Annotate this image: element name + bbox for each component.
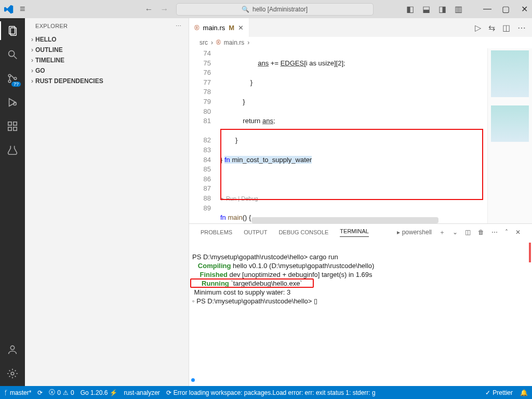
svg-rect-11: [14, 122, 17, 125]
tab-output[interactable]: OUTPUT: [244, 229, 267, 235]
section-hello[interactable]: ›HELLO: [25, 34, 189, 45]
svg-point-6: [14, 77, 17, 80]
activity-bar: 7?: [0, 18, 25, 386]
nav-back-icon[interactable]: ←: [145, 5, 153, 14]
split-terminal-icon[interactable]: ◫: [465, 229, 471, 236]
breadcrumb[interactable]: src› ®main.rs›: [189, 37, 532, 48]
section-timeline[interactable]: ›TIMELINE: [25, 55, 189, 65]
panel-close-icon[interactable]: ✕: [515, 229, 521, 236]
maximize-button[interactable]: ▢: [502, 4, 509, 14]
tab-problems[interactable]: PROBLEMS: [201, 229, 232, 235]
svg-point-4: [8, 74, 11, 77]
svg-point-5: [8, 80, 11, 83]
tab-label: main.rs: [203, 24, 225, 32]
explorer-more-icon[interactable]: ⋯: [176, 23, 181, 30]
source-control-badge: 7?: [11, 82, 21, 87]
tab-close-icon[interactable]: ✕: [238, 24, 244, 32]
tab-terminal[interactable]: TERMINAL: [340, 228, 369, 237]
kill-terminal-icon[interactable]: 🗑: [478, 229, 484, 236]
new-terminal-icon[interactable]: ＋: [439, 228, 445, 237]
nav-forward-icon[interactable]: →: [161, 5, 169, 14]
editor-area: ® main.rs M ✕ ▷ ⇆ ◫ ⋯ src› ®main.rs› 74 …: [189, 18, 532, 223]
extensions-icon[interactable]: [0, 119, 25, 134]
run-icon[interactable]: ▷: [475, 23, 481, 33]
svg-rect-9: [8, 127, 11, 130]
section-go[interactable]: ›GO: [25, 65, 189, 76]
explorer-view-icon[interactable]: [0, 23, 25, 38]
status-notifications-icon[interactable]: 🔔: [520, 389, 528, 396]
editor-more-icon[interactable]: ⋯: [517, 23, 526, 33]
editor-tabs: ® main.rs M ✕ ▷ ⇆ ◫ ⋯: [189, 18, 532, 37]
status-go[interactable]: Go 1.20.6 ⚡: [81, 389, 118, 396]
terminal-dropdown-icon[interactable]: ⌄: [453, 229, 458, 236]
svg-point-7: [14, 102, 17, 105]
explorer-sidebar: EXPLORER ⋯ ›HELLO ›OUTLINE ›TIMELINE ›GO…: [25, 18, 189, 386]
minimize-button[interactable]: —: [483, 4, 490, 14]
status-workspace-error[interactable]: ⟳ Error loading workspace: packages.Load…: [166, 389, 376, 396]
run-debug-icon[interactable]: [0, 95, 25, 110]
split-editor-icon[interactable]: ◫: [502, 23, 510, 33]
section-rust-deps[interactable]: ›RUST DEPENDENCIES: [25, 76, 189, 86]
vscode-logo-icon: [4, 5, 14, 14]
rust-file-icon: ®: [194, 24, 200, 32]
panel-maximize-icon[interactable]: ˄: [505, 229, 508, 236]
title-bar: ≡ ← → 🔍 hello [Administrator] ◧ ⬓ ◨ ▥ — …: [0, 0, 532, 18]
status-bar: ᚶ master* ⟳ ⓧ 0 ⚠ 0 Go 1.20.6 ⚡ rust-ana…: [0, 386, 532, 399]
source-control-icon[interactable]: 7?: [0, 71, 25, 86]
svg-rect-8: [8, 122, 11, 125]
bottom-panel: PROBLEMS OUTPUT DEBUG CONSOLE TERMINAL ▸…: [189, 223, 532, 386]
menu-button[interactable]: ≡: [20, 4, 25, 15]
terminal[interactable]: PS D:\mysetup\gopath\rustcode\hello> car…: [189, 241, 532, 386]
tab-main-rs[interactable]: ® main.rs M ✕: [189, 18, 249, 37]
section-outline[interactable]: ›OUTLINE: [25, 45, 189, 55]
code-editor[interactable]: 74 75 76 77 78 79 80 81 82 83 84 85 86 8…: [189, 48, 532, 223]
minimap[interactable]: [487, 48, 532, 223]
layout-bottom-icon[interactable]: ⬓: [422, 4, 430, 14]
status-analyzer[interactable]: rust-analyzer: [124, 389, 159, 396]
status-sync[interactable]: ⟳: [37, 389, 43, 396]
terminal-scroll-indicator: [529, 243, 531, 262]
status-branch[interactable]: ᚶ master*: [4, 389, 31, 396]
accounts-icon[interactable]: [0, 342, 25, 357]
horizontal-scrollbar[interactable]: [251, 217, 438, 223]
svg-point-13: [11, 372, 14, 375]
layout-left-icon[interactable]: ◧: [406, 4, 414, 14]
status-problems[interactable]: ⓧ 0 ⚠ 0: [49, 388, 74, 397]
close-button[interactable]: ✕: [521, 4, 528, 14]
tab-modified-indicator: M: [229, 24, 234, 32]
line-numbers: 74 75 76 77 78 79 80 81 82 83 84 85 86 8…: [189, 48, 220, 223]
codelens-run-debug[interactable]: ▸ Run | Debug: [220, 194, 532, 204]
panel-tabs: PROBLEMS OUTPUT DEBUG CONSOLE TERMINAL ▸…: [189, 224, 532, 241]
panel-more-icon[interactable]: ⋯: [491, 229, 498, 236]
search-text: hello [Administrator]: [252, 6, 308, 13]
svg-rect-10: [14, 127, 17, 130]
settings-gear-icon[interactable]: [0, 366, 25, 381]
diff-icon[interactable]: ⇆: [488, 23, 495, 33]
terminal-shell-select[interactable]: ▸ powershell: [397, 229, 432, 236]
search-icon: 🔍: [242, 6, 249, 13]
command-center[interactable]: 🔍 hello [Administrator]: [176, 3, 374, 16]
customize-layout-icon[interactable]: ▥: [455, 4, 462, 14]
terminal-dirty-indicator: [191, 378, 195, 382]
status-prettier[interactable]: ✓ Prettier: [485, 389, 513, 396]
code-content[interactable]: ans += EDGES[i as usize][2]; } } return …: [220, 48, 532, 223]
testing-icon[interactable]: [0, 143, 25, 157]
tab-debug-console[interactable]: DEBUG CONSOLE: [278, 229, 328, 235]
svg-point-12: [10, 346, 14, 350]
svg-point-2: [9, 51, 15, 57]
search-view-icon[interactable]: [0, 47, 25, 62]
svg-line-3: [14, 56, 17, 59]
explorer-title: EXPLORER: [35, 23, 68, 30]
layout-right-icon[interactable]: ◨: [438, 4, 446, 14]
